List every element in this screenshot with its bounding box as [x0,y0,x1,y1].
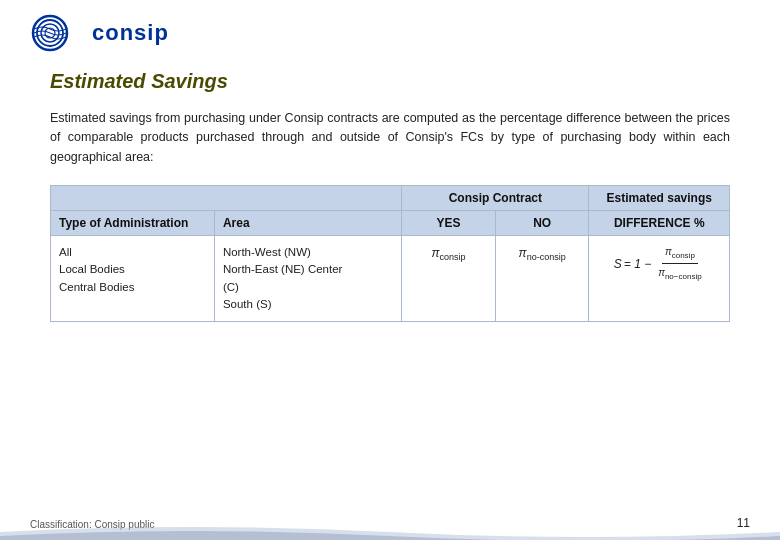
type-cell: AllLocal BodiesCentral Bodies [51,236,215,322]
formula-fraction: πconsip πno−consip [655,244,704,283]
area-header: Area [214,211,401,236]
table-row: AllLocal BodiesCentral Bodies North-West… [51,236,730,322]
table-container: Consip Contract Estimated savings Type o… [0,185,780,322]
pi-no-consip-cell: πno-consip [495,236,589,322]
bottom-wave [0,522,780,540]
formula-numerator: πconsip [662,244,698,264]
table-header-row1: Consip Contract Estimated savings [51,186,730,211]
no-header: NO [495,211,589,236]
consip-contract-header: Consip Contract [402,186,589,211]
logo-text: consip [92,20,169,46]
formula-cell: S = 1 − πconsip πno−consip [589,236,730,322]
formula-equals: = 1 − [624,255,651,273]
pi-consip-cell: πconsip [402,236,496,322]
formula-s-equals: S [614,255,622,273]
page-title: Estimated Savings [0,60,780,103]
header: consip [0,0,780,60]
pi-no-consip-symbol: πno-consip [519,246,566,260]
bottom-wave-svg [0,522,780,540]
consip-logo-icon [30,14,82,52]
estimated-savings-header: Estimated savings [589,186,730,211]
type-of-admin-header: Type of Administration [51,211,215,236]
pi-consip-symbol: πconsip [431,246,465,260]
formula-denominator: πno−consip [655,264,704,283]
difference-header: DIFFERENCE % [589,211,730,236]
body-text: Estimated savings from purchasing under … [0,103,780,185]
yes-header: YES [402,211,496,236]
savings-table: Consip Contract Estimated savings Type o… [50,185,730,322]
table-empty-header [51,186,402,211]
area-cell: North-West (NW)North-East (NE) Center(C)… [214,236,401,322]
table-header-row2: Type of Administration Area YES NO DIFFE… [51,211,730,236]
formula-wrapper: S = 1 − πconsip πno−consip [597,244,721,283]
